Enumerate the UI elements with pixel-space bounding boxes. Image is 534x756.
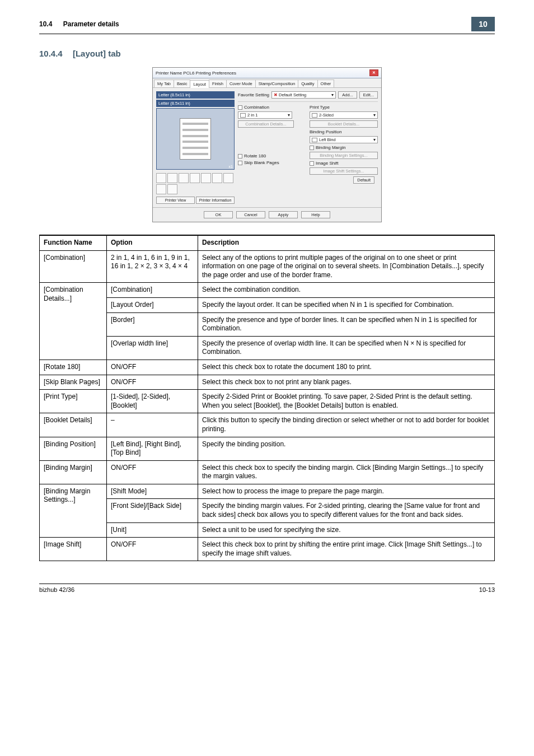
table-row: [Layout Order]Specify the layout order. … bbox=[40, 297, 495, 312]
cell-description: Select any of the options to print multi… bbox=[198, 250, 495, 283]
preview-option-icons bbox=[156, 173, 235, 194]
cell-function: [Combination Details...] bbox=[40, 283, 107, 360]
cell-description: Select the combination condition. bbox=[198, 283, 495, 298]
combination-details-button[interactable]: Combination Details... bbox=[238, 120, 294, 128]
tab-finish[interactable]: Finish bbox=[209, 80, 227, 87]
cell-description: Select this check box to rotate the docu… bbox=[198, 360, 495, 375]
cell-option: [Shift Mode] bbox=[107, 484, 198, 499]
cell-option: ON/OFF bbox=[107, 360, 198, 375]
tab-quality[interactable]: Quality bbox=[298, 80, 317, 87]
binding-position-dropdown[interactable]: Left Bind▾ bbox=[310, 136, 378, 143]
preview-icon[interactable] bbox=[156, 184, 166, 194]
preview-zoom: x1 bbox=[229, 165, 233, 169]
table-row: [Skip Blank Pages]ON/OFFSelect this chec… bbox=[40, 375, 495, 390]
help-button[interactable]: Help bbox=[301, 211, 330, 218]
table-row: [Front Side]/[Back Side]Specify the bind… bbox=[40, 499, 495, 522]
preview-icon[interactable] bbox=[156, 173, 166, 183]
preview-icon[interactable] bbox=[167, 184, 177, 194]
header-left: 10.4 Parameter details bbox=[39, 20, 119, 28]
apply-button[interactable]: Apply bbox=[269, 211, 298, 218]
dialog-titlebar: Printer Name PCL6 Printing Preferences ✕ bbox=[153, 68, 381, 78]
cell-option: – bbox=[107, 413, 198, 437]
combination-checkbox[interactable]: Combination bbox=[238, 105, 306, 110]
binding-margin-settings-button[interactable]: Binding Margin Settings... bbox=[310, 152, 378, 159]
image-shift-checkbox[interactable]: Image Shift bbox=[310, 161, 378, 166]
favorite-dropdown[interactable]: ✖Default Setting▾ bbox=[271, 91, 336, 99]
printing-preferences-dialog: Printer Name PCL6 Printing Preferences ✕… bbox=[152, 67, 382, 222]
printer-info-button[interactable]: Printer Information bbox=[196, 197, 235, 204]
preview-icon[interactable] bbox=[167, 173, 177, 183]
col-description: Description bbox=[198, 235, 495, 250]
tab-mytab[interactable]: My Tab bbox=[154, 80, 174, 87]
edit-button[interactable]: Edit... bbox=[359, 91, 378, 99]
cell-function: [Binding Margin] bbox=[40, 460, 107, 484]
cell-description: Select a unit to be used for specifying … bbox=[198, 522, 495, 538]
print-type-label: Print Type bbox=[310, 105, 378, 110]
table-row: [Combination Details...][Combination]Sel… bbox=[40, 283, 495, 298]
cell-description: Select this check box to specify the bin… bbox=[198, 460, 495, 484]
footer-page: 10-13 bbox=[479, 586, 495, 593]
cell-description: Specify the binding position. bbox=[198, 437, 495, 460]
table-row: [Print Type][1-Sided], [2-Sided], [Bookl… bbox=[40, 390, 495, 413]
header-section-num: 10.4 bbox=[39, 20, 52, 28]
cell-function: [Combination] bbox=[40, 250, 107, 283]
cell-description: Select this check box to not print any b… bbox=[198, 375, 495, 390]
page-preview: x1 bbox=[156, 108, 235, 170]
tab-stamp[interactable]: Stamp/Composition bbox=[255, 80, 298, 87]
footer-model: bizhub 42/36 bbox=[39, 586, 74, 593]
cell-function: [Rotate 180] bbox=[40, 360, 107, 375]
print-type-dropdown[interactable]: 2-Sided▾ bbox=[310, 111, 378, 119]
cell-description: Specify the presence and type of border … bbox=[198, 312, 495, 336]
rotate180-checkbox[interactable]: Rotate 180 bbox=[238, 153, 306, 158]
ok-button[interactable]: OK bbox=[204, 211, 233, 218]
table-header-row: Function Name Option Description bbox=[40, 235, 495, 250]
tab-covermode[interactable]: Cover Mode bbox=[226, 80, 256, 87]
booklet-details-button[interactable]: Booklet Details... bbox=[310, 120, 378, 128]
table-row: [Binding Position][Left Bind], [Right Bi… bbox=[40, 437, 495, 460]
col-function: Function Name bbox=[40, 235, 107, 250]
cell-description: Specify the layout order. It can be spec… bbox=[198, 297, 495, 312]
cell-description: Select how to process the image to prepa… bbox=[198, 484, 495, 499]
preview-icon[interactable] bbox=[223, 173, 233, 183]
cell-option: [Left Bind], [Right Bind], [Top Bind] bbox=[107, 437, 198, 460]
cell-option: 2 in 1, 4 in 1, 6 in 1, 9 in 1, 16 in 1,… bbox=[107, 250, 198, 283]
cell-description: Select this check box to print by shifti… bbox=[198, 538, 495, 561]
table-row: [Binding Margin]ON/OFFSelect this check … bbox=[40, 460, 495, 484]
table-row: [Booklet Details]–Click this button to s… bbox=[40, 413, 495, 437]
table-row: [Border]Specify the presence and type of… bbox=[40, 312, 495, 336]
binding-margin-checkbox[interactable]: Binding Margin bbox=[310, 145, 378, 150]
skip-blank-checkbox[interactable]: Skip Blank Pages bbox=[238, 160, 306, 165]
cell-option: [Overlap width line] bbox=[107, 336, 198, 360]
default-button[interactable]: Default bbox=[353, 176, 374, 184]
cell-description: Specify 2-Sided Print or Booklet printin… bbox=[198, 390, 495, 413]
cell-option: [Border] bbox=[107, 312, 198, 336]
page-footer: bizhub 42/36 10-13 bbox=[39, 584, 495, 593]
add-button[interactable]: Add... bbox=[338, 91, 357, 99]
header-section-title: Parameter details bbox=[63, 20, 119, 28]
cell-function: [Print Type] bbox=[40, 390, 107, 413]
combination-dropdown[interactable]: 2 in 1▾ bbox=[238, 111, 292, 119]
tab-other[interactable]: Other bbox=[317, 80, 335, 87]
cell-function: [Skip Blank Pages] bbox=[40, 375, 107, 390]
tab-layout[interactable]: Layout bbox=[190, 80, 209, 88]
table-row: [Combination]2 in 1, 4 in 1, 6 in 1, 9 i… bbox=[40, 250, 495, 283]
printer-view-button[interactable]: Printer View bbox=[156, 197, 195, 204]
cell-function: [Binding Position] bbox=[40, 437, 107, 460]
cancel-button[interactable]: Cancel bbox=[236, 211, 265, 218]
cell-option: [Front Side]/[Back Side] bbox=[107, 499, 198, 522]
preview-icon[interactable] bbox=[179, 173, 189, 183]
section-heading: 10.4.4 [Layout] tab bbox=[39, 49, 495, 58]
dialog-title: Printer Name PCL6 Printing Preferences bbox=[156, 71, 236, 76]
preview-icon[interactable] bbox=[190, 173, 200, 183]
cell-function: [Binding Margin Settings...] bbox=[40, 484, 107, 537]
preview-icon[interactable] bbox=[201, 173, 211, 183]
function-table: Function Name Option Description [Combin… bbox=[39, 235, 495, 561]
tab-basic[interactable]: Basic bbox=[174, 80, 190, 87]
table-row: [Unit]Select a unit to be used for speci… bbox=[40, 522, 495, 538]
image-shift-settings-button[interactable]: Image Shift Settings... bbox=[310, 167, 378, 175]
cell-option: [Combination] bbox=[107, 283, 198, 298]
cell-option: ON/OFF bbox=[107, 538, 198, 561]
close-icon[interactable]: ✕ bbox=[369, 69, 378, 76]
preview-icon[interactable] bbox=[212, 173, 222, 183]
section-heading-num: 10.4.4 bbox=[39, 49, 63, 58]
